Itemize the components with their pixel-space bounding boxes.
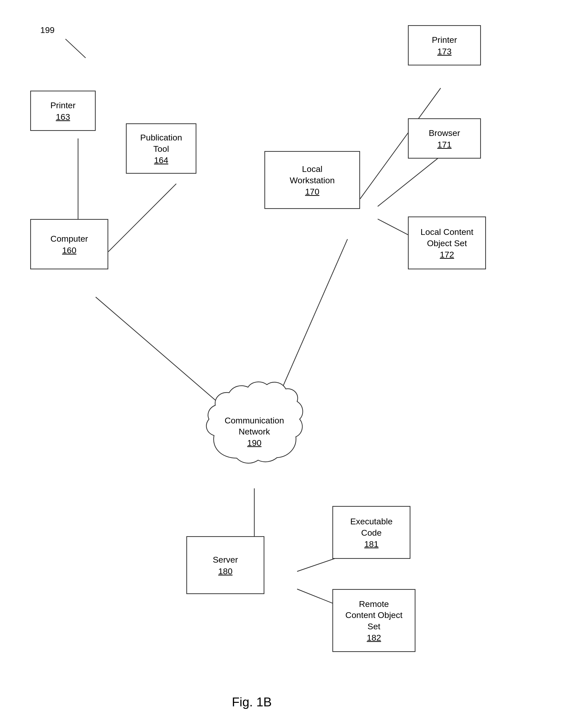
node-comm-network: CommunicationNetwork 190 bbox=[196, 378, 312, 488]
node-printer163: Printer 163 bbox=[30, 91, 96, 131]
node-printer173: Printer 173 bbox=[408, 25, 481, 65]
figure-label: Fig. 1B bbox=[176, 695, 327, 709]
node-local-workstation: LocalWorkstation 170 bbox=[264, 151, 360, 209]
svg-line-2 bbox=[108, 184, 176, 252]
node-publication-tool: PublicationTool 164 bbox=[126, 123, 196, 174]
node-computer: Computer 160 bbox=[30, 219, 108, 269]
node-server: Server 180 bbox=[186, 536, 264, 594]
node-browser: Browser 171 bbox=[408, 118, 481, 159]
diagram: 199 Printer 163 PublicationTool 164 Comp… bbox=[0, 0, 561, 728]
svg-line-5 bbox=[378, 156, 441, 206]
ref-label-199: 199 bbox=[40, 25, 55, 35]
node-executable-code: ExecutableCode 181 bbox=[332, 506, 410, 559]
svg-line-0 bbox=[65, 39, 86, 58]
node-local-content-object-set: Local ContentObject Set 172 bbox=[408, 216, 486, 269]
node-remote-content-object-set: RemoteContent ObjectSet 182 bbox=[332, 589, 415, 652]
